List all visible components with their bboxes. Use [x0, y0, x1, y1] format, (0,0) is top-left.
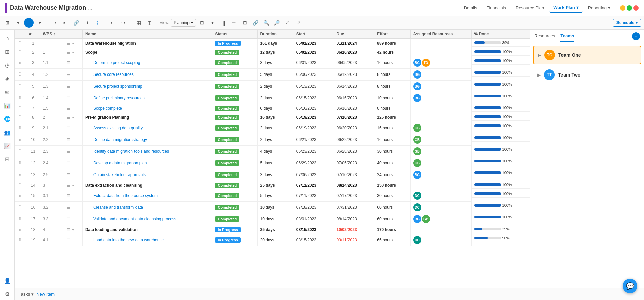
task-name-cell[interactable]: Obtain stakeholder approvals [82, 169, 212, 181]
sidebar-clock-icon[interactable]: ◷ [1, 59, 13, 71]
task-name-cell[interactable]: Extract data from the source system [82, 190, 212, 202]
th-name[interactable]: Name [82, 30, 212, 39]
row-num: 8 [26, 113, 40, 122]
th-due[interactable]: Due [334, 30, 374, 39]
view-dropdown[interactable]: Planning ▾ [171, 19, 196, 27]
wbs-cell: 2.2 [40, 134, 64, 146]
th-num[interactable]: # [26, 30, 40, 39]
nav-resource-plan[interactable]: Resource Plan [512, 3, 548, 12]
task-name-cell[interactable]: Scope [82, 48, 212, 57]
schedule-button[interactable]: Schedule ▾ [613, 19, 641, 27]
outdent-btn[interactable]: ⇤ [61, 18, 70, 28]
filter-dropdown[interactable]: ▾ [208, 18, 217, 28]
task-name-cell[interactable]: Define preliminary resources [82, 92, 212, 104]
add-team-button[interactable]: + [632, 32, 640, 40]
tab-teams[interactable]: Teams [560, 31, 574, 42]
table-area: # WBS ↑ Name Status Duration Start Due E… [15, 30, 530, 300]
chat-float-button[interactable]: 💬 [623, 279, 637, 293]
task-name-cell[interactable]: Data Warehouse Migration [82, 39, 212, 48]
sidebar-grid-icon[interactable]: ⊞ [1, 46, 13, 58]
sort-btn[interactable]: ☰ [229, 18, 239, 28]
th-status[interactable]: Status [212, 30, 257, 39]
resources-cell: GB [410, 122, 471, 134]
status-cell: Completed [212, 157, 257, 169]
task-name-cell[interactable]: Develop a data migration plan [82, 157, 212, 169]
task-name-cell[interactable]: Assess existing data quality [82, 122, 212, 134]
task-name-cell[interactable]: Validate and document data cleansing pro… [82, 213, 212, 225]
task-name-cell[interactable]: Scope complete [82, 104, 212, 113]
task-name-cell[interactable]: Pre-Migration Planning [82, 113, 212, 122]
resources-cell: GB [410, 134, 471, 146]
group-btn[interactable]: ⊞ [240, 18, 250, 28]
th-wbs[interactable]: WBS ↑ [40, 30, 64, 39]
start-cell: 06/16/2023 [293, 104, 334, 113]
sidebar-settings-icon[interactable]: ⚙ [1, 288, 13, 300]
task-name-cell[interactable]: Data extraction and cleansing [82, 181, 212, 190]
nav-reporting[interactable]: Reporting ▾ [584, 3, 614, 12]
tasks-button[interactable]: Tasks ▾ [19, 292, 34, 297]
share-btn[interactable]: ↗ [294, 18, 303, 28]
task-name-cell[interactable]: Define data migration strategy [82, 134, 212, 146]
task-name-cell[interactable]: Identify data migration tools and resour… [82, 146, 212, 157]
close-button[interactable] [633, 5, 639, 11]
resources-cell [410, 225, 471, 234]
th-pct[interactable]: % Done [471, 30, 530, 39]
sidebar-chart-icon[interactable]: 📊 [1, 99, 13, 111]
link-btn[interactable]: 🔗 [71, 18, 81, 28]
grid-dropdown-btn[interactable]: ▾ [13, 18, 23, 28]
th-start[interactable]: Start [293, 30, 334, 39]
new-item-button[interactable]: New Item [36, 292, 55, 297]
team-item-one[interactable]: ▶ TO Team One [533, 46, 641, 64]
task-name-cell[interactable]: Load data into the new data warehouse [82, 234, 212, 246]
task-name-cell[interactable]: Secure core resources [82, 69, 212, 81]
indent-btn[interactable]: ⇥ [50, 18, 59, 28]
sidebar-chat-icon[interactable]: ✉ [1, 86, 13, 98]
nav-work-plan[interactable]: Work Plan ▾ [549, 3, 582, 13]
row-num: 3 [26, 57, 40, 69]
th-resources[interactable]: Assigned Resources [410, 30, 471, 39]
team-expand-two[interactable]: ▶ [537, 72, 541, 78]
task-name-cell[interactable]: Secure project sponsorship [82, 81, 212, 92]
view-selector[interactable]: View: Planning ▾ [160, 19, 196, 27]
task2-btn[interactable]: ◫ [145, 18, 154, 28]
maximize-button[interactable] [627, 5, 632, 11]
minimize-button[interactable] [620, 5, 625, 11]
expand-btn[interactable]: ⤢ [283, 18, 292, 28]
task-name-cell[interactable]: Data loading and validation [82, 225, 212, 234]
task-name-cell[interactable]: Cleanse and transform data [82, 202, 212, 213]
sidebar-bulb-icon[interactable]: ◈ [1, 72, 13, 85]
nav-financials[interactable]: Financials [482, 3, 510, 12]
sep1 [47, 19, 47, 27]
sidebar-home-icon[interactable]: ⌂ [1, 32, 13, 44]
task-btn[interactable]: ▦ [134, 18, 143, 28]
sidebar-people-icon[interactable]: 👥 [1, 126, 13, 138]
sidebar-globe-icon[interactable]: 🌐 [1, 113, 13, 125]
table-row: ⠿61.4☰Define preliminary resourcesComple… [15, 92, 530, 104]
cursor-btn[interactable]: ⊹ [93, 18, 102, 28]
zoom-out-btn[interactable]: 🔍 [262, 18, 271, 28]
add-dropdown-btn[interactable]: ▾ [35, 18, 44, 28]
sidebar-user-icon[interactable]: 👤 [1, 274, 13, 287]
due-cell: 07/10/2023 [334, 113, 374, 122]
nav-details[interactable]: Details [460, 3, 481, 12]
filter-btn[interactable]: ⊟ [197, 18, 207, 28]
info-btn[interactable]: ℹ [82, 18, 92, 28]
tab-resources[interactable]: Resources [534, 31, 555, 42]
task-name-cell[interactable]: Determine project scoping [82, 57, 212, 69]
redo-btn[interactable]: ↪ [119, 18, 128, 28]
add-btn[interactable]: + [24, 18, 34, 28]
sidebar-layers-icon[interactable]: ⊟ [1, 153, 13, 165]
team-expand-one[interactable]: ▶ [538, 53, 541, 58]
grid-view-btn[interactable]: ⊞ [3, 18, 12, 28]
resources-cell [410, 113, 471, 122]
link2-btn[interactable]: 🔗 [251, 18, 260, 28]
team-item-two[interactable]: ▶ TT Team Two [533, 66, 641, 84]
th-effort[interactable]: Effort [374, 30, 410, 39]
sidebar-analytics-icon[interactable]: 📈 [1, 140, 13, 152]
columns-btn[interactable]: ||| [219, 18, 228, 28]
undo-btn[interactable]: ↩ [108, 18, 117, 28]
zoom-in-btn[interactable]: 🔎 [272, 18, 282, 28]
due-cell: 06/16/2023 [334, 48, 374, 57]
th-duration[interactable]: Duration [257, 30, 293, 39]
wbs-cell: 1 [40, 48, 64, 57]
